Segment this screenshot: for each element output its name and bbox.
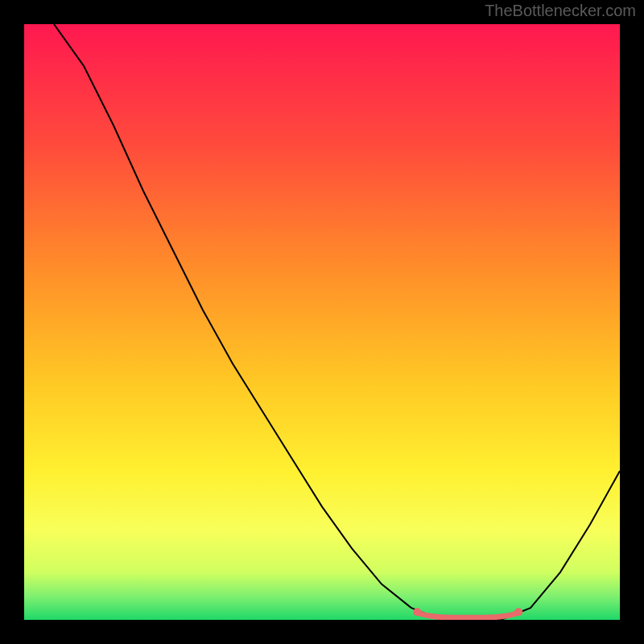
gradient-rect	[24, 24, 620, 620]
range-start-dot	[413, 608, 421, 616]
range-end-dot	[514, 608, 522, 616]
watermark-text: TheBottlenecker.com	[485, 2, 636, 20]
chart-svg	[24, 24, 620, 620]
chart-viewport	[24, 24, 620, 620]
